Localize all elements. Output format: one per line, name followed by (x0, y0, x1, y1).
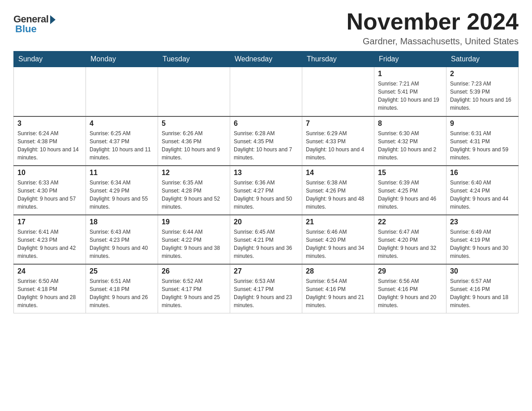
calendar-weekday-monday: Monday (86, 51, 158, 67)
day-number: 10 (17, 169, 82, 177)
day-info: Sunrise: 6:36 AMSunset: 4:27 PMDaylight:… (234, 179, 298, 211)
day-info: Sunrise: 7:21 AMSunset: 5:41 PMDaylight:… (378, 80, 442, 112)
calendar-weekday-wednesday: Wednesday (230, 51, 302, 67)
calendar-cell: 2Sunrise: 7:23 AMSunset: 5:39 PMDaylight… (446, 67, 519, 116)
day-number: 8 (378, 120, 442, 128)
day-info: Sunrise: 6:50 AMSunset: 4:18 PMDaylight:… (17, 277, 82, 309)
calendar-cell: 27Sunrise: 6:53 AMSunset: 4:17 PMDayligh… (230, 264, 302, 313)
day-number: 5 (162, 120, 226, 128)
day-number: 25 (90, 267, 154, 275)
day-info: Sunrise: 6:47 AMSunset: 4:20 PMDaylight:… (378, 228, 442, 260)
day-info: Sunrise: 6:57 AMSunset: 4:16 PMDaylight:… (450, 277, 515, 309)
day-info: Sunrise: 6:54 AMSunset: 4:16 PMDaylight:… (306, 277, 370, 309)
day-number: 6 (234, 120, 298, 128)
calendar-cell: 25Sunrise: 6:51 AMSunset: 4:18 PMDayligh… (86, 264, 158, 313)
page-header: General Blue November 2024 Gardner, Mass… (13, 9, 519, 47)
day-info: Sunrise: 6:40 AMSunset: 4:24 PMDaylight:… (450, 179, 515, 211)
day-number: 22 (378, 218, 442, 226)
day-number: 15 (378, 169, 442, 177)
calendar-table: SundayMondayTuesdayWednesdayThursdayFrid… (13, 51, 519, 313)
calendar-weekday-friday: Friday (374, 51, 446, 67)
calendar-week-row: 10Sunrise: 6:33 AMSunset: 4:30 PMDayligh… (14, 166, 519, 215)
day-number: 19 (162, 218, 226, 226)
day-info: Sunrise: 6:33 AMSunset: 4:30 PMDaylight:… (17, 179, 82, 211)
day-info: Sunrise: 6:31 AMSunset: 4:31 PMDaylight:… (450, 129, 515, 162)
day-number: 9 (450, 120, 515, 128)
calendar-cell: 16Sunrise: 6:40 AMSunset: 4:24 PMDayligh… (446, 166, 519, 215)
title-area: November 2024 Gardner, Massachusetts, Un… (347, 9, 519, 47)
calendar-cell: 20Sunrise: 6:45 AMSunset: 4:21 PMDayligh… (230, 215, 302, 264)
day-info: Sunrise: 6:34 AMSunset: 4:29 PMDaylight:… (90, 179, 154, 211)
day-info: Sunrise: 6:39 AMSunset: 4:25 PMDaylight:… (378, 179, 442, 211)
calendar-cell: 1Sunrise: 7:21 AMSunset: 5:41 PMDaylight… (374, 67, 446, 116)
day-info: Sunrise: 6:29 AMSunset: 4:33 PMDaylight:… (306, 129, 370, 162)
calendar-cell: 19Sunrise: 6:44 AMSunset: 4:22 PMDayligh… (158, 215, 230, 264)
calendar-cell: 9Sunrise: 6:31 AMSunset: 4:31 PMDaylight… (446, 116, 519, 166)
calendar-cell: 11Sunrise: 6:34 AMSunset: 4:29 PMDayligh… (86, 166, 158, 215)
calendar-cell: 5Sunrise: 6:26 AMSunset: 4:36 PMDaylight… (158, 116, 230, 166)
calendar-cell: 26Sunrise: 6:52 AMSunset: 4:17 PMDayligh… (158, 264, 230, 313)
day-info: Sunrise: 6:28 AMSunset: 4:35 PMDaylight:… (234, 129, 298, 162)
calendar-cell: 4Sunrise: 6:25 AMSunset: 4:37 PMDaylight… (86, 116, 158, 166)
day-number: 29 (378, 267, 442, 275)
calendar-header-row: SundayMondayTuesdayWednesdayThursdayFrid… (14, 51, 519, 67)
calendar-cell: 3Sunrise: 6:24 AMSunset: 4:38 PMDaylight… (14, 116, 86, 166)
calendar-cell: 23Sunrise: 6:49 AMSunset: 4:19 PMDayligh… (446, 215, 519, 264)
calendar-weekday-saturday: Saturday (446, 51, 519, 67)
day-number: 4 (90, 120, 154, 128)
calendar-cell (230, 67, 302, 116)
calendar-week-row: 1Sunrise: 7:21 AMSunset: 5:41 PMDaylight… (14, 67, 519, 116)
calendar-cell: 29Sunrise: 6:56 AMSunset: 4:16 PMDayligh… (374, 264, 446, 313)
calendar-week-row: 3Sunrise: 6:24 AMSunset: 4:38 PMDaylight… (14, 116, 519, 166)
month-title: November 2024 (347, 9, 519, 34)
day-number: 2 (450, 70, 515, 78)
day-info: Sunrise: 6:51 AMSunset: 4:18 PMDaylight:… (90, 277, 154, 309)
day-number: 20 (234, 218, 298, 226)
day-number: 24 (17, 267, 82, 275)
day-number: 27 (234, 267, 298, 275)
day-info: Sunrise: 6:25 AMSunset: 4:37 PMDaylight:… (90, 129, 154, 162)
day-info: Sunrise: 6:24 AMSunset: 4:38 PMDaylight:… (17, 129, 82, 162)
calendar-week-row: 24Sunrise: 6:50 AMSunset: 4:18 PMDayligh… (14, 264, 519, 313)
location-label: Gardner, Massachusetts, United States (347, 36, 519, 47)
day-number: 30 (450, 267, 515, 275)
calendar-cell: 10Sunrise: 6:33 AMSunset: 4:30 PMDayligh… (14, 166, 86, 215)
day-number: 16 (450, 169, 515, 177)
calendar-cell: 30Sunrise: 6:57 AMSunset: 4:16 PMDayligh… (446, 264, 519, 313)
day-info: Sunrise: 6:35 AMSunset: 4:28 PMDaylight:… (162, 179, 226, 211)
calendar-cell: 15Sunrise: 6:39 AMSunset: 4:25 PMDayligh… (374, 166, 446, 215)
day-info: Sunrise: 6:45 AMSunset: 4:21 PMDaylight:… (234, 228, 298, 260)
logo: General Blue (13, 13, 56, 35)
day-info: Sunrise: 6:53 AMSunset: 4:17 PMDaylight:… (234, 277, 298, 309)
day-info: Sunrise: 6:52 AMSunset: 4:17 PMDaylight:… (162, 277, 226, 309)
day-info: Sunrise: 6:46 AMSunset: 4:20 PMDaylight:… (306, 228, 370, 260)
day-info: Sunrise: 6:30 AMSunset: 4:32 PMDaylight:… (378, 129, 442, 162)
day-number: 21 (306, 218, 370, 226)
day-number: 3 (17, 120, 82, 128)
calendar-cell: 24Sunrise: 6:50 AMSunset: 4:18 PMDayligh… (14, 264, 86, 313)
calendar-cell: 14Sunrise: 6:38 AMSunset: 4:26 PMDayligh… (302, 166, 374, 215)
calendar-cell: 8Sunrise: 6:30 AMSunset: 4:32 PMDaylight… (374, 116, 446, 166)
calendar-cell (14, 67, 86, 116)
day-number: 18 (90, 218, 154, 226)
calendar-cell: 17Sunrise: 6:41 AMSunset: 4:23 PMDayligh… (14, 215, 86, 264)
day-info: Sunrise: 6:43 AMSunset: 4:23 PMDaylight:… (90, 228, 154, 260)
day-info: Sunrise: 6:38 AMSunset: 4:26 PMDaylight:… (306, 179, 370, 211)
calendar-cell: 22Sunrise: 6:47 AMSunset: 4:20 PMDayligh… (374, 215, 446, 264)
day-number: 28 (306, 267, 370, 275)
day-number: 26 (162, 267, 226, 275)
calendar-week-row: 17Sunrise: 6:41 AMSunset: 4:23 PMDayligh… (14, 215, 519, 264)
calendar-cell (302, 67, 374, 116)
calendar-cell (86, 67, 158, 116)
day-number: 12 (162, 169, 226, 177)
day-number: 14 (306, 169, 370, 177)
day-number: 7 (306, 120, 370, 128)
day-number: 17 (17, 218, 82, 226)
logo-arrow-icon (50, 15, 56, 24)
calendar-weekday-tuesday: Tuesday (158, 51, 230, 67)
calendar-cell: 18Sunrise: 6:43 AMSunset: 4:23 PMDayligh… (86, 215, 158, 264)
calendar-cell: 12Sunrise: 6:35 AMSunset: 4:28 PMDayligh… (158, 166, 230, 215)
day-number: 13 (234, 169, 298, 177)
calendar-cell (158, 67, 230, 116)
day-info: Sunrise: 6:44 AMSunset: 4:22 PMDaylight:… (162, 228, 226, 260)
